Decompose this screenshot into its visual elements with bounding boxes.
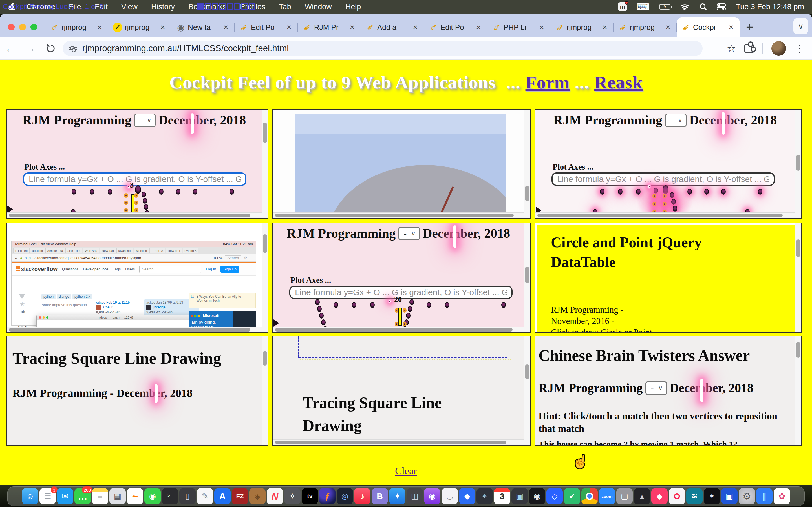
keyboard-icon[interactable]: ⌨ — [637, 2, 650, 11]
dock-gray-app[interactable]: ▢ — [616, 488, 633, 504]
vertical-scrollbar[interactable] — [262, 223, 268, 332]
url-text[interactable]: rjmprogramming.com.au/HTMLCSS/cockpit_fe… — [82, 43, 289, 54]
dock-dark-app2[interactable]: ▴ — [634, 488, 650, 504]
minimize-window-button[interactable] — [19, 24, 26, 31]
horizontal-scrollbar[interactable] — [7, 212, 262, 218]
back-button[interactable]: ← — [0, 42, 20, 54]
dock-parallels[interactable]: ∥ — [756, 488, 772, 504]
menubar-clock[interactable]: Tue 3 Feb 12:48 pm — [736, 3, 804, 11]
bookmark-star-icon[interactable]: ☆ — [727, 43, 736, 54]
tab-close-icon[interactable]: × — [410, 22, 420, 32]
browser-tab[interactable]: Cockpi × — [677, 17, 740, 37]
month-select[interactable]: -∨ — [645, 381, 667, 395]
browser-tab[interactable]: Add a × — [361, 17, 424, 37]
extensions-icon[interactable] — [744, 44, 754, 53]
spotlight-search-icon[interactable] — [699, 3, 707, 11]
menu-view[interactable]: View — [114, 3, 144, 11]
horizontal-scrollbar[interactable] — [535, 212, 795, 218]
vertical-scrollbar[interactable] — [262, 110, 268, 218]
control-center-icon[interactable] — [717, 3, 726, 10]
dock-iphone-mirroring[interactable]: ▯ — [179, 488, 196, 504]
dock-brown-app[interactable]: ◈ — [249, 488, 266, 504]
tab-close-icon[interactable]: × — [600, 22, 610, 32]
dock-reminders[interactable]: ☰ 3 — [40, 488, 56, 504]
dock-settings[interactable]: ⚙ — [739, 488, 755, 504]
browser-tab[interactable]: Edit Po × — [235, 17, 298, 37]
browser-tab[interactable]: New ta × — [171, 17, 235, 37]
battery-charging-icon[interactable]: ϟ — [659, 4, 670, 10]
browser-tab[interactable]: rjmprog × — [45, 17, 108, 37]
dock-bbedit[interactable]: B — [371, 488, 388, 504]
browser-tab[interactable]: Edit Po × — [424, 17, 487, 37]
browser-tab[interactable]: rjmprog × — [550, 17, 613, 37]
new-tab-button[interactable]: + — [746, 21, 753, 33]
tab-close-icon[interactable]: × — [284, 22, 294, 32]
tab-close-icon[interactable]: × — [158, 22, 167, 32]
site-settings-icon[interactable] — [69, 47, 77, 50]
zoom-window-button[interactable] — [31, 24, 37, 31]
tab-close-icon[interactable]: × — [663, 22, 673, 32]
vertical-scrollbar[interactable] — [524, 336, 530, 445]
menubar-app-icon[interactable]: m — [618, 2, 627, 11]
form-link[interactable]: Form — [525, 72, 570, 93]
datatable-byline-3[interactable]: Click to draw Circle or Point - — [551, 327, 657, 332]
dock-photos[interactable]: ✿ — [774, 488, 790, 504]
chrome-menu-icon[interactable]: ⋮ — [795, 43, 805, 54]
horizontal-scrollbar[interactable] — [273, 212, 524, 218]
dock-teal-app[interactable]: ≋ — [686, 488, 703, 504]
dock-blue-app2[interactable]: ▣ — [721, 488, 738, 504]
menu-tab[interactable]: Tab — [272, 3, 298, 11]
dock-photo-booth[interactable]: ▣ — [511, 488, 528, 504]
dock-chrome[interactable] — [581, 488, 598, 504]
month-select[interactable]: -∨ — [134, 114, 156, 127]
dock-safari[interactable]: ✦ — [389, 488, 405, 504]
tab-search-chevron-icon[interactable]: ∨ — [794, 18, 808, 34]
dock-opera[interactable]: O — [669, 488, 685, 504]
vertical-scrollbar[interactable] — [524, 110, 530, 218]
tab-close-icon[interactable]: × — [95, 22, 104, 32]
dock-podcasts[interactable]: ◉ — [424, 488, 441, 504]
browser-tab[interactable]: rjmprog × — [613, 17, 677, 37]
dock-utility-app[interactable]: ✧ — [284, 488, 301, 504]
dock-terminal[interactable]: >_ — [162, 488, 178, 504]
tab-close-icon[interactable]: × — [347, 22, 357, 32]
close-window-button[interactable] — [8, 24, 15, 31]
dock-textedit[interactable]: ✎ — [197, 488, 213, 504]
vertical-scrollbar[interactable] — [795, 110, 801, 218]
dock-capture-app[interactable]: ⌖ — [476, 488, 493, 504]
clear-link[interactable]: Clear — [0, 465, 812, 477]
dock-launchpad[interactable]: ▦ — [109, 488, 126, 504]
dock-dropbox-app[interactable]: ◇ — [546, 488, 563, 504]
dock-mail[interactable]: ✉ — [57, 488, 73, 504]
month-select[interactable]: -∨ — [665, 114, 687, 127]
tab-close-icon[interactable]: × — [537, 22, 546, 32]
tab-close-icon[interactable]: × — [221, 22, 231, 32]
dock-white-app[interactable]: ◡ — [442, 488, 458, 504]
profile-avatar[interactable] — [771, 41, 786, 56]
menu-window[interactable]: Window — [298, 3, 339, 11]
vertical-scrollbar[interactable] — [795, 223, 801, 332]
horizontal-scrollbar[interactable] — [273, 327, 524, 332]
browser-tab[interactable]: PHP Li × — [487, 17, 550, 37]
reask-link[interactable]: Reask — [594, 72, 643, 93]
dock-news[interactable]: N — [267, 488, 283, 504]
dock-notes[interactable]: ≡ — [92, 488, 108, 504]
dock-finder[interactable]: ☺ — [22, 488, 38, 504]
dock-blue-app[interactable]: ◆ — [459, 488, 475, 504]
dock-calendar[interactable]: 3 — [494, 488, 510, 504]
reload-button[interactable] — [41, 43, 61, 54]
dock-filezilla[interactable]: FZ — [232, 488, 248, 504]
browser-tab[interactable]: rjmprog × — [108, 17, 171, 37]
omnibox[interactable]: rjmprogramming.com.au/HTMLCSS/cockpit_fe… — [63, 41, 703, 56]
dock-app-store[interactable]: A — [214, 488, 231, 504]
vertical-scrollbar[interactable] — [524, 223, 530, 332]
tab-close-icon[interactable]: × — [726, 22, 736, 32]
dock-camera-app[interactable]: ◉ — [529, 488, 545, 504]
dock-firefox[interactable]: ƒ — [319, 488, 336, 504]
month-select[interactable]: -∨ — [398, 227, 420, 240]
forward-button[interactable]: → — [20, 42, 41, 54]
dock-pink-app[interactable]: ◆ — [651, 488, 668, 504]
horizontal-scrollbar[interactable] — [273, 439, 524, 445]
vertical-scrollbar[interactable] — [795, 336, 801, 445]
wifi-icon[interactable] — [680, 3, 690, 10]
